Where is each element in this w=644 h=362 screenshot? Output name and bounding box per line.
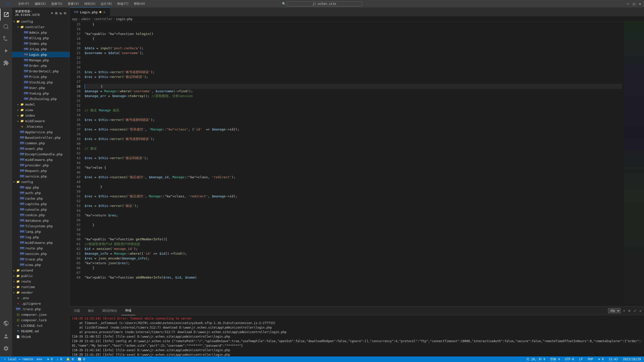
status-warnings[interactable]: ⚠ 0: [56, 357, 63, 361]
terminal-split-icon[interactable]: ⊟: [628, 308, 631, 313]
collapse-icon[interactable]: ⊟: [64, 11, 67, 16]
terminal-maximize-icon[interactable]: ⤢: [633, 308, 637, 313]
tree-item-composer.lock[interactable]: {}composer.lock: [12, 317, 70, 323]
status-position[interactable]: 行 28, 列 9: [526, 357, 546, 361]
tree-item-console.php[interactable]: PHPconsole.php: [12, 207, 70, 212]
new-file-icon[interactable]: +: [50, 11, 54, 16]
minimize-button[interactable]: ─: [626, 2, 630, 6]
tree-item-Price.php[interactable]: PHPPrice.php: [12, 74, 70, 79]
terminal-close-icon[interactable]: ✕: [639, 308, 642, 313]
tree-item-vendor[interactable]: ▸📁vendor: [12, 290, 70, 295]
close-button[interactable]: ✕: [638, 2, 642, 6]
status-feedback[interactable]: ⊗ 0: [597, 357, 605, 361]
tree-item-runtime[interactable]: ▸📁runtime: [12, 284, 70, 290]
tree-item-OrderDetail.php[interactable]: PHPOrderDetail.php: [12, 68, 70, 74]
tree-item-LICENSE.txt[interactable]: ≡LICENSE.txt: [12, 323, 70, 328]
status-remote[interactable]: ⚡ local → remote .env: [2, 357, 44, 361]
tree-item-composer.json[interactable]: {}composer.json: [12, 312, 70, 317]
menu-select[interactable]: 选择(S): [49, 1, 65, 7]
tree-item-controller[interactable]: ▾📁controller: [12, 24, 70, 30]
tree-item-view[interactable]: ▸📁view: [12, 107, 70, 113]
tree-item-middleware[interactable]: ▸📁middleware: [12, 118, 70, 124]
tree-item-think[interactable]: 📄think: [12, 334, 70, 339]
activity-extensions[interactable]: [0, 57, 12, 69]
tab-login-php[interactable]: PHP Login.php ✕: [70, 8, 110, 16]
tree-item-AllLog.php[interactable]: PHPAllLog.php: [12, 35, 70, 41]
tree-item-event.php[interactable]: PHPevent.php: [12, 146, 70, 151]
tree-item-app.php[interactable]: PHPapp.php: [12, 185, 70, 190]
tree-item-config2[interactable]: ▾📁config: [12, 179, 70, 185]
tree-item-Login.php[interactable]: PHPLogin.php: [12, 52, 70, 57]
terminal-type-select[interactable]: sftp: [608, 308, 621, 313]
status-language[interactable]: PHP: [587, 357, 594, 361]
tree-item-ExceptionHandle.php[interactable]: PHPExceptionHandle.php: [12, 151, 70, 157]
tree-item-Request.php[interactable]: PHPRequest.php: [12, 168, 70, 173]
tree-item-README.md[interactable]: MREADME.md: [12, 328, 70, 334]
code-content[interactable]: } "kw">public "kw">function tologin() { …: [83, 22, 624, 306]
breadcrumb-admin[interactable]: admin: [81, 17, 90, 21]
panel-tab-problems[interactable]: 问题: [70, 306, 84, 315]
tree-item-extend[interactable]: ▸📁extend: [12, 267, 70, 273]
tree-item-BaseController.php[interactable]: PHPBaseController.php: [12, 135, 70, 140]
tree-item-auth.php[interactable]: PHPauth.php: [12, 190, 70, 196]
tree-item-.gitignore[interactable]: ⊝.gitignore: [12, 301, 70, 306]
tree-item-middleware2.php[interactable]: PHPmiddleware.php: [12, 240, 70, 245]
activity-search[interactable]: [0, 21, 12, 33]
tree-item-captcha.php[interactable]: PHPcaptcha.php: [12, 201, 70, 207]
tree-item-database.php[interactable]: PHPdatabase.php: [12, 218, 70, 223]
status-sync[interactable]: 🔄 0: [77, 357, 86, 361]
tree-item-public[interactable]: ▸📁public: [12, 273, 70, 279]
status-info[interactable]: 🔔 0: [65, 357, 74, 361]
global-search[interactable]: jr.echen.site: [287, 1, 362, 6]
tree-item-view.php[interactable]: PHPview.php: [12, 262, 70, 267]
tree-item-User.php[interactable]: PHPUser.php: [12, 85, 70, 90]
tree-item-Admin.php[interactable]: PHPAdmin.php: [12, 30, 70, 35]
maximize-button[interactable]: □: [632, 2, 636, 6]
tree-item-AppService.php[interactable]: PHPAppService.php: [12, 129, 70, 135]
tree-item-cookie.php[interactable]: PHPcookie.php: [12, 212, 70, 218]
tree-item-Order.php[interactable]: PHPOrder.php: [12, 63, 70, 68]
tree-item-route.php[interactable]: PHProute.php: [12, 245, 70, 251]
tree-item-YueLog.php[interactable]: PHPYueLog.php: [12, 90, 70, 96]
panel-tab-terminal[interactable]: 终端: [121, 306, 135, 315]
status-encoding[interactable]: UTF-8: [564, 357, 575, 361]
tree-item-filesystem.php[interactable]: PHPfilesystem.php: [12, 223, 70, 229]
menu-terminal[interactable]: 终端(T): [115, 1, 131, 7]
activity-explorer[interactable]: [0, 9, 12, 21]
tree-item-.env[interactable]: ⚙.env: [12, 295, 70, 301]
activity-run[interactable]: [0, 45, 12, 57]
tree-item-middleware.php[interactable]: PHPmiddleware.php: [12, 157, 70, 162]
tree-item-trace.php[interactable]: PHPtrace.php: [12, 256, 70, 262]
panel-tab-debug[interactable]: 调试控制台: [98, 306, 121, 315]
tree-item-.htaccess[interactable]: ⚙.htaccess: [12, 124, 70, 129]
tree-item-provider.php[interactable]: PHPprovider.php: [12, 162, 70, 168]
tree-item-Zhihuiolog.php[interactable]: PHPZhihuiolog.php: [12, 96, 70, 102]
terminal-add-icon[interactable]: +: [623, 308, 626, 313]
tree-item-config[interactable]: ▾📁config: [12, 19, 70, 24]
menu-edit[interactable]: 编辑(E): [33, 1, 48, 7]
status-spaces[interactable]: 空格 4: [549, 357, 561, 361]
tree-item-Index.php[interactable]: PHPIndex.php: [12, 41, 70, 46]
menu-file[interactable]: 文件(F): [16, 1, 32, 7]
activity-accounts[interactable]: [0, 330, 12, 342]
tree-item-cache.php[interactable]: PHPcache.php: [12, 196, 70, 201]
new-folder-icon[interactable]: ⊞: [55, 11, 58, 16]
tree-item-index[interactable]: ▸📁index: [12, 113, 70, 118]
menu-goto[interactable]: 转到(G): [82, 1, 98, 7]
menu-help[interactable]: 帮助(H): [132, 1, 147, 7]
status-line-ending[interactable]: LF: [578, 357, 584, 361]
activity-remote[interactable]: [0, 317, 12, 329]
refresh-icon[interactable]: ↻: [59, 11, 62, 16]
breadcrumb-controller[interactable]: controller: [94, 17, 112, 21]
tree-item-StockLog.php[interactable]: PHPStockLog.php: [12, 79, 70, 85]
tab-close-button[interactable]: ✕: [103, 10, 106, 14]
tree-item-.trace.php[interactable]: PHP.trace.php: [12, 306, 70, 312]
tree-item-log.php[interactable]: PHPlog.php: [12, 234, 70, 240]
breadcrumb-file[interactable]: Login.php: [116, 17, 133, 21]
tree-item-service.php[interactable]: PHPservice.php: [12, 173, 70, 179]
tree-item-session.php[interactable]: PHPsession.php: [12, 251, 70, 256]
tree-item-model[interactable]: ▸📁model: [12, 102, 70, 107]
tree-item-JrLog.php[interactable]: PHPJrLog.php: [12, 46, 70, 52]
tree-item-lang.php[interactable]: PHPlang.php: [12, 229, 70, 234]
breadcrumb-app[interactable]: app: [72, 17, 77, 21]
